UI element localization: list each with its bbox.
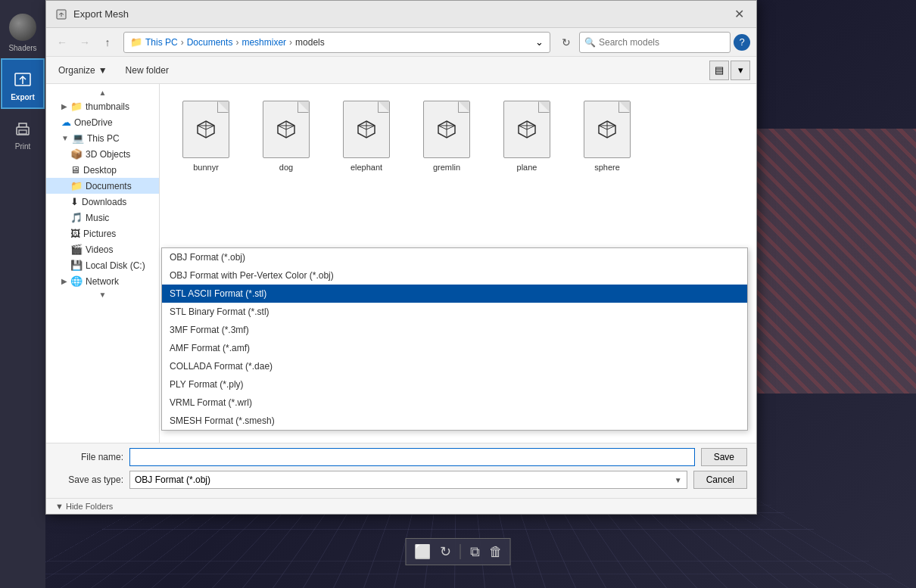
tree-item-music[interactable]: 🎵 Music (46, 210, 159, 226)
dropdown-option-obj-vertex[interactable]: OBJ Format with Per-Vertex Color (*.obj) (162, 266, 747, 285)
tree-label: Pictures (83, 229, 116, 239)
dropdown-option-stl-binary[interactable]: STL Binary Format (*.stl) (162, 303, 747, 321)
file-icon-container (339, 99, 394, 160)
hide-folders-label[interactable]: ▼ Hide Folders (55, 502, 113, 511)
new-folder-button[interactable]: New folder (120, 63, 175, 78)
expand-icon: ▶ (61, 277, 67, 285)
sidebar-item-shaders[interactable]: Shaders (1, 8, 45, 58)
navigation-bar: ← → ↑ 📁 This PC › Documents › meshmixer … (46, 28, 756, 57)
dropdown-option-3mf[interactable]: 3MF Format (*.3mf) (162, 321, 747, 339)
box-3d-icon (194, 117, 218, 142)
scroll-down[interactable]: ▼ (46, 289, 159, 300)
help-button[interactable]: ? (734, 34, 750, 51)
view-dropdown-button[interactable]: ▾ (731, 61, 750, 80)
file-icon-container (580, 99, 634, 160)
delete-icon[interactable]: 🗑 (489, 544, 503, 560)
breadcrumb-meshmixer[interactable]: meshmixer (241, 37, 286, 48)
dropdown-chevron-icon[interactable]: ⌄ (535, 36, 544, 48)
pc-icon: 💻 (72, 132, 84, 144)
tree-label: Videos (86, 244, 113, 255)
breadcrumb-models: models (295, 37, 325, 48)
tree-item-network[interactable]: ▶ 🌐 Network (46, 273, 159, 289)
tree-label: Downloads (82, 197, 126, 207)
pictures-icon: 🖼 (70, 228, 80, 239)
tree-item-3dobjects[interactable]: 📦 3D Objects (46, 146, 159, 162)
expand-icon: ▶ (61, 102, 67, 110)
tree-label: Desktop (83, 165, 117, 176)
toolbar-divider (460, 544, 461, 559)
cancel-button[interactable]: Cancel (693, 471, 747, 489)
dropdown-option-amf[interactable]: AMF Format (*.amf) (162, 339, 747, 357)
file-item-dog[interactable]: dog (252, 96, 320, 175)
desktop-icon: 🖥 (70, 164, 80, 176)
svg-line-35 (599, 126, 607, 129)
scroll-up[interactable]: ▲ (46, 87, 159, 98)
new-folder-label: New folder (126, 65, 169, 76)
dropdown-option-obj[interactable]: OBJ Format (*.obj) (162, 248, 747, 266)
breadcrumb-documents[interactable]: Documents (187, 37, 233, 48)
save-button[interactable]: Save (701, 448, 747, 466)
back-button[interactable]: ← (52, 33, 72, 52)
file-item-elephant[interactable]: elephant (332, 96, 400, 175)
dropdown-option-collada[interactable]: COLLADA Format (*.dae) (162, 357, 747, 375)
toolbar: Organize ▼ New folder ▤ ▾ (46, 57, 756, 84)
svg-line-15 (278, 126, 286, 129)
up-button[interactable]: ↑ (98, 33, 117, 52)
sidebar-item-print[interactable]: Print (1, 109, 45, 157)
collapse-icon: ▼ (55, 502, 64, 511)
svg-line-9 (206, 126, 214, 129)
tree-item-documents[interactable]: 📁 Documents (46, 178, 159, 194)
shaders-sphere-icon (9, 14, 36, 41)
file-item-gremlin[interactable]: gremlin (413, 96, 481, 175)
copy-icon[interactable]: ⧉ (470, 544, 480, 560)
sidebar-item-export[interactable]: Export (1, 58, 45, 109)
tree-item-desktop[interactable]: 🖥 Desktop (46, 162, 159, 178)
title-bar: Export Mesh ✕ (46, 1, 756, 28)
file-doc-shape (263, 101, 310, 158)
file-icon-container (500, 99, 554, 160)
file-item-bunnyr[interactable]: bunnyr (172, 96, 240, 175)
filename-input[interactable] (129, 448, 695, 466)
dropdown-option-stl-ascii[interactable]: STL ASCII Format (*.stl) (162, 285, 747, 303)
tree-item-pictures[interactable]: 🖼 Pictures (46, 226, 159, 241)
music-icon: 🎵 (70, 212, 83, 223)
search-icon: 🔍 (584, 37, 596, 48)
svg-line-24 (447, 126, 455, 129)
close-button[interactable]: ✕ (731, 6, 747, 23)
bottom-toolbar: ⬜ ↻ ⧉ 🗑 (406, 538, 511, 565)
view-btn-group: ▤ ▾ (709, 61, 750, 80)
tree-item-thispc[interactable]: ▼ 💻 This PC (46, 130, 159, 146)
box-3d-icon (354, 117, 379, 142)
refresh-button[interactable]: ↻ (556, 33, 576, 52)
saveas-select[interactable]: OBJ Format (*.obj) ▼ (129, 471, 687, 489)
file-item-plane[interactable]: plane (493, 96, 561, 175)
filename-row: File name: Save (55, 448, 747, 466)
tree-item-onedrive[interactable]: ☁ OneDrive (46, 114, 159, 130)
organize-button[interactable]: Organize ▼ (52, 63, 114, 78)
view-list-button[interactable]: ▤ (709, 61, 729, 80)
export-icon (9, 66, 36, 93)
title-bar-left: Export Mesh (55, 8, 129, 20)
file-doc-shape (343, 101, 390, 158)
rotate-icon[interactable]: ↻ (440, 543, 451, 560)
tree-item-videos[interactable]: 🎬 Videos (46, 241, 159, 257)
file-name: bunnyr (193, 163, 219, 172)
view-list-icon: ▤ (715, 64, 724, 76)
breadcrumb-thispc[interactable]: This PC (145, 37, 178, 48)
svg-line-34 (607, 126, 615, 129)
forward-button[interactable]: → (75, 33, 95, 52)
file-item-sphere[interactable]: sphere (573, 96, 641, 175)
tree-label: This PC (87, 133, 120, 144)
tree-item-thumbnails[interactable]: ▶ 📁 thumbnails (46, 98, 159, 114)
breadcrumb-bar: 📁 This PC › Documents › meshmixer › mode… (123, 32, 550, 53)
tree-item-downloads[interactable]: ⬇ Downloads (46, 194, 159, 210)
dropdown-option-vrml[interactable]: VRML Format (*.wrl) (162, 394, 747, 412)
cube-icon[interactable]: ⬜ (414, 543, 431, 560)
search-input[interactable] (599, 37, 720, 48)
tree-item-localdisk[interactable]: 💾 Local Disk (C:) (46, 257, 159, 273)
file-doc-shape (503, 101, 550, 158)
file-icon-container (179, 99, 233, 160)
file-icon-container (259, 99, 313, 160)
dropdown-option-ply[interactable]: PLY Format (*.ply) (162, 375, 747, 394)
dropdown-option-smesh[interactable]: SMESH Format (*.smesh) (162, 412, 747, 430)
